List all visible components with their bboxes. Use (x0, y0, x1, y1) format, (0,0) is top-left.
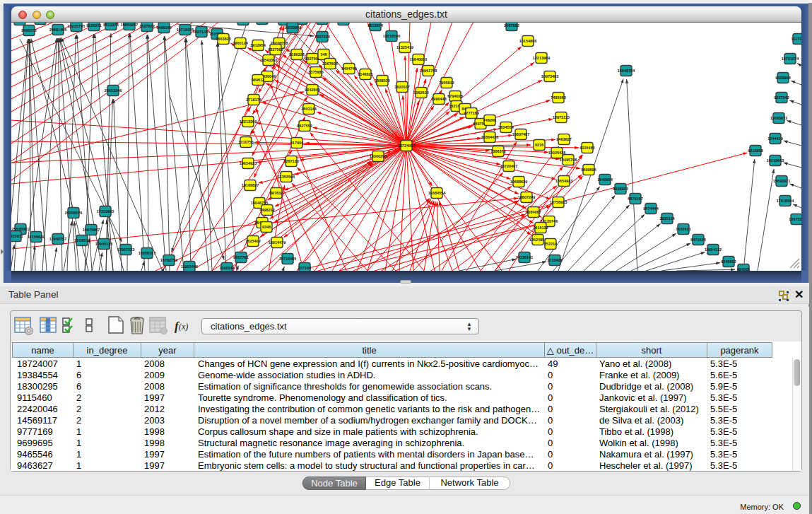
svg-text:8427552: 8427552 (297, 124, 312, 128)
svg-text:1244419: 1244419 (767, 136, 782, 141)
svg-text:8813054: 8813054 (367, 23, 383, 28)
svg-text:11923446: 11923446 (181, 264, 198, 269)
svg-text:12905135: 12905135 (95, 242, 112, 246)
svg-text:989612: 989612 (252, 78, 264, 82)
svg-text:12213369: 12213369 (240, 119, 257, 124)
svg-text:8454749: 8454749 (341, 66, 356, 71)
svg-text:14136141: 14136141 (516, 255, 533, 259)
svg-text:9120251: 9120251 (86, 23, 101, 28)
svg-text:9215958: 9215958 (748, 148, 763, 153)
svg-text:417004: 417004 (290, 141, 304, 145)
svg-text:2803144: 2803144 (301, 107, 317, 111)
svg-text:1362615: 1362615 (413, 90, 428, 95)
svg-text:10025438: 10025438 (548, 151, 565, 155)
svg-text:1117149: 1117149 (792, 37, 801, 41)
svg-text:16225745: 16225745 (68, 24, 85, 28)
svg-text:12213969: 12213969 (533, 56, 550, 60)
svg-text:9657791: 9657791 (233, 255, 248, 259)
svg-text:17353993: 17353993 (97, 209, 114, 214)
svg-text:20053346: 20053346 (105, 88, 122, 93)
svg-text:15692971: 15692971 (773, 179, 790, 183)
svg-text:7485063: 7485063 (551, 95, 565, 100)
svg-text:10756923: 10756923 (550, 200, 567, 204)
svg-text:9463627: 9463627 (556, 137, 571, 141)
svg-text:3824554: 3824554 (498, 125, 514, 129)
svg-text:9146821: 9146821 (358, 72, 372, 76)
svg-text:9227342: 9227342 (774, 95, 789, 100)
svg-text:6794028: 6794028 (447, 94, 462, 98)
svg-text:9115460: 9115460 (579, 146, 594, 150)
svg-text:924565: 924565 (737, 267, 750, 271)
svg-text:1527602: 1527602 (139, 24, 154, 28)
svg-text:9245652: 9245652 (721, 259, 736, 264)
svg-text:746266: 746266 (483, 118, 496, 122)
svg-text:8186328: 8186328 (289, 52, 304, 57)
svg-text:9474444: 9474444 (643, 206, 659, 211)
svg-text:19654923: 19654923 (240, 161, 257, 165)
svg-text:19384554: 19384554 (428, 191, 446, 195)
svg-text:9329966: 9329966 (775, 76, 790, 80)
svg-text:11325419: 11325419 (396, 45, 413, 49)
svg-text:1733426: 1733426 (547, 258, 562, 262)
svg-text:17957223: 17957223 (117, 247, 134, 252)
svg-text:7663822: 7663822 (216, 37, 230, 41)
svg-text:9242848: 9242848 (305, 88, 319, 92)
svg-text:10807487: 10807487 (512, 132, 529, 136)
svg-text:12942757: 12942757 (49, 237, 66, 241)
svg-text:18724007: 18724007 (398, 144, 415, 148)
svg-text:16782759: 16782759 (160, 258, 177, 262)
svg-text:9777169: 9777169 (464, 111, 478, 115)
svg-text:9327502: 9327502 (268, 47, 283, 52)
svg-text:8471626: 8471626 (690, 238, 705, 242)
svg-text:16154808: 16154808 (519, 39, 536, 43)
svg-text:1267531: 1267531 (789, 217, 801, 221)
svg-text:16543362: 16543362 (260, 58, 277, 62)
svg-text:1615132: 1615132 (533, 226, 548, 230)
svg-text:(x): (x) (179, 322, 188, 332)
svg-text:19218596: 19218596 (383, 34, 400, 38)
svg-text:2405572: 2405572 (21, 28, 36, 33)
svg-text:6216: 6216 (535, 143, 543, 147)
svg-text:3822037: 3822037 (394, 85, 409, 89)
svg-text:16914479: 16914479 (269, 240, 286, 245)
svg-text:15640910: 15640910 (410, 57, 427, 62)
svg-text:13654923: 13654923 (555, 179, 572, 183)
svg-text:1192344: 1192344 (219, 266, 235, 270)
svg-text:20364436: 20364436 (481, 135, 498, 139)
svg-text:9348: 9348 (262, 225, 271, 229)
svg-text:8990448: 8990448 (431, 97, 446, 101)
svg-text:4498222: 4498222 (259, 208, 274, 212)
svg-text:3960124: 3960124 (233, 41, 248, 45)
svg-text:7955812: 7955812 (439, 81, 454, 85)
svg-text:157164: 157164 (298, 266, 312, 270)
svg-text:11156829: 11156829 (28, 235, 45, 239)
svg-text:17016504: 17016504 (777, 199, 794, 203)
svg-text:16648784: 16648784 (618, 69, 635, 73)
svg-text:2087682: 2087682 (504, 23, 519, 28)
svg-text:6466160: 6466160 (156, 25, 171, 30)
svg-text:3915911: 3915911 (11, 234, 23, 238)
svg-text:10654112: 10654112 (705, 247, 722, 252)
svg-text:887832: 887832 (270, 191, 283, 195)
svg-text:1214519: 1214519 (74, 238, 89, 243)
svg-text:18300295: 18300295 (370, 154, 387, 158)
svg-text:10853257: 10853257 (121, 23, 138, 27)
svg-text:8613378: 8613378 (103, 23, 118, 27)
svg-text:12975115: 12975115 (553, 115, 570, 119)
svg-text:2935114: 2935114 (659, 216, 675, 221)
svg-text:20691406: 20691406 (49, 28, 66, 32)
svg-text:15716485: 15716485 (279, 257, 296, 261)
svg-text:15751074: 15751074 (782, 57, 799, 61)
svg-text:10671355: 10671355 (193, 30, 210, 34)
svg-text:1640954: 1640954 (597, 177, 613, 182)
svg-text:2367608: 2367608 (322, 62, 337, 66)
svg-text:3912954: 3912954 (250, 43, 266, 47)
svg-text:10973493: 10973493 (541, 74, 558, 78)
svg-text:19166827: 19166827 (242, 183, 259, 187)
svg-text:16961758: 16961758 (420, 69, 437, 73)
svg-text:16033809: 16033809 (284, 25, 301, 30)
svg-text:20206576: 20206576 (65, 211, 82, 215)
svg-text:7632621: 7632621 (676, 227, 690, 231)
svg-text:18807249: 18807249 (518, 195, 535, 199)
svg-text:7625402: 7625402 (245, 239, 260, 243)
